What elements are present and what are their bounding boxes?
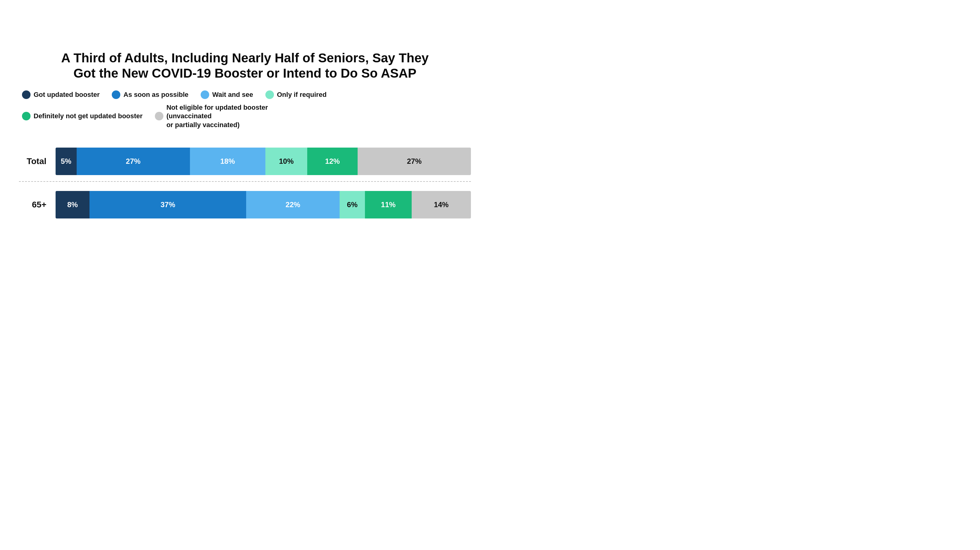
seniors-label: 65+	[19, 200, 46, 210]
wait-see-dot	[200, 91, 209, 99]
definitely-not-label: Definitely not get updated booster	[33, 112, 143, 120]
got-updated-dot	[22, 91, 30, 99]
legend: Got updated booster As soon as possible …	[19, 91, 471, 129]
got-updated-label: Got updated booster	[33, 91, 100, 99]
asap-label: As soon as possible	[123, 91, 188, 99]
legend-item-wait-see: Wait and see	[200, 91, 253, 99]
bar-segment-2: 22%	[246, 191, 339, 218]
main-container: A Third of Adults, Including Nearly Half…	[19, 50, 471, 225]
bar-segment-1: 37%	[89, 191, 246, 218]
legend-item-definitely-not: Definitely not get updated booster	[22, 103, 143, 129]
bar-segment-2: 18%	[190, 148, 266, 175]
chart-row-seniors: 65+ 8%37%22%6%11%14%	[19, 185, 471, 225]
chart-row-total: Total 5%27%18%10%12%27%	[19, 142, 471, 182]
not-eligible-label: Not eligible for updated booster (unvacc…	[166, 103, 307, 129]
total-label: Total	[19, 156, 46, 166]
bar-segment-0: 8%	[56, 191, 89, 218]
legend-row-2: Definitely not get updated booster Not e…	[22, 103, 471, 129]
chart-title: A Third of Adults, Including Nearly Half…	[19, 50, 471, 81]
bar-segment-3: 6%	[340, 191, 365, 218]
bar-segment-3: 10%	[266, 148, 307, 175]
legend-item-only-required: Only if required	[266, 91, 327, 99]
only-required-dot	[266, 91, 274, 99]
not-eligible-dot	[155, 112, 163, 120]
bar-segment-1: 27%	[76, 148, 190, 175]
asap-dot	[112, 91, 120, 99]
total-bar: 5%27%18%10%12%27%	[56, 148, 471, 175]
definitely-not-dot	[22, 112, 30, 120]
only-required-label: Only if required	[277, 91, 327, 99]
legend-item-not-eligible: Not eligible for updated booster (unvacc…	[155, 103, 307, 129]
bar-segment-5: 14%	[412, 191, 471, 218]
legend-item-got-updated: Got updated booster	[22, 91, 100, 99]
legend-row-1: Got updated booster As soon as possible …	[22, 91, 471, 99]
bar-segment-4: 12%	[307, 148, 358, 175]
bar-segment-0: 5%	[56, 148, 76, 175]
bar-segment-5: 27%	[358, 148, 471, 175]
seniors-bar: 8%37%22%6%11%14%	[56, 191, 471, 218]
bar-segment-4: 11%	[365, 191, 412, 218]
wait-see-label: Wait and see	[212, 91, 253, 99]
legend-item-asap: As soon as possible	[112, 91, 188, 99]
charts-area: Total 5%27%18%10%12%27% 65+ 8%37%22%6%11…	[19, 142, 471, 225]
